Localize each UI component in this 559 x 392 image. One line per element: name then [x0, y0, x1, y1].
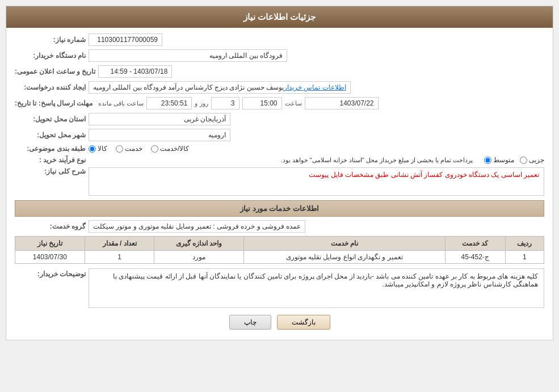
- response-days-value: 3: [211, 97, 239, 109]
- buyer-notes-label: توضیحات خریدار:: [15, 268, 89, 278]
- cell-row: 1: [505, 251, 544, 264]
- purchase-type-jozi[interactable]: جزیی: [520, 156, 544, 164]
- response-remaining-label: ساعت باقی مانده: [98, 100, 144, 107]
- purchase-type-radio-group: جزیی متوسط: [484, 156, 544, 164]
- table-header-unit: واحد اندازه گیری: [154, 237, 243, 251]
- cell-code: ج-452-45: [445, 251, 505, 264]
- purchase-type-mote-vaset[interactable]: متوسط: [484, 156, 514, 164]
- category-option-khedmat[interactable]: خدمت: [116, 145, 142, 153]
- service-group-label: گروه خدمت:: [15, 222, 89, 230]
- need-description-label: شرح کلی نیاز:: [15, 167, 89, 175]
- print-button[interactable]: چاپ: [229, 315, 271, 330]
- buyer-name-label: نام دستگاه خریدار:: [15, 52, 89, 60]
- buyer-name-value: فرودگاه بین المللی ارومیه: [89, 49, 287, 62]
- city-value: ارومیه: [89, 129, 230, 141]
- cell-quantity: 1: [85, 251, 154, 264]
- category-radio-group: کالا/خدمت خدمت کالا: [89, 145, 189, 153]
- city-label: شهر محل تحویل:: [15, 131, 89, 139]
- response-time-label: ساعت: [285, 100, 302, 107]
- cell-date: 1403/07/30: [15, 251, 85, 264]
- response-remaining-value: 23:50:51: [146, 97, 192, 109]
- table-header-code: کد خدمت: [445, 237, 505, 251]
- creator-value: یوسف حسین نژادی دیزج کارشناس درآمد فرودگ…: [93, 83, 284, 91]
- category-option-kala-khedmat[interactable]: کالا/خدمت: [151, 145, 189, 153]
- cell-unit: مورد: [154, 251, 243, 264]
- table-header-name: نام خدمت: [243, 237, 445, 251]
- response-time-value: 15:00: [242, 97, 282, 109]
- page-title: جزئیات اطلاعات نیاز: [6, 6, 553, 28]
- services-section-header: اطلاعات خدمات مورد نیاز: [15, 200, 544, 217]
- province-value: آذربایجان غربی: [89, 113, 230, 125]
- announcement-datetime-label: تاریخ و ساعت اعلان عمومی:: [15, 68, 98, 75]
- table-row: 1 ج-452-45 تعمیر و نگهداری انواع وسایل ن…: [15, 251, 544, 264]
- province-label: استان محل تحویل:: [15, 115, 89, 123]
- button-row: بازگشت چاپ: [15, 315, 544, 330]
- service-table: ردیف کد خدمت نام خدمت واحد اندازه گیری ت…: [15, 236, 544, 264]
- announcement-datetime-value: 1403/07/18 - 14:59: [98, 65, 172, 78]
- creator-label: ایجاد کننده درخواست:: [15, 83, 89, 91]
- response-deadline-label: مهلت ارسال پاسخ: تا تاریخ:: [15, 99, 95, 107]
- need-description-value: تعمیر اساسی یک دستگاه خودروی کفساز آتش ن…: [89, 167, 544, 196]
- purchase-type-label: نوع فرآیند خرید :: [15, 156, 89, 164]
- category-label: طبقه بندی موضوعی:: [15, 145, 89, 153]
- table-header-date: تاریخ نیاز: [15, 237, 85, 251]
- need-number-value: 1103001177000059: [89, 33, 162, 46]
- buyer-notes-value: کلیه هزینه های مربوط به کار بر عهده تامی…: [89, 268, 544, 308]
- response-days-label: روز و: [195, 100, 208, 107]
- cell-name: تعمیر و نگهداری انواع وسایل نقلیه موتوری: [243, 251, 445, 264]
- category-option-kala[interactable]: کالا: [89, 145, 107, 153]
- creator-contact-link[interactable]: اطلاعات تماس خریدار: [284, 83, 346, 91]
- need-number-label: شماره نیاز:: [15, 36, 89, 44]
- back-button[interactable]: بازگشت: [277, 315, 330, 330]
- response-date-value: 1403/07/22: [305, 97, 379, 109]
- service-group-value: عمده فروشی و خرده فروشی : تعمیر وسایل نق…: [89, 220, 305, 233]
- purchase-type-note: پرداخت تمام یا بخشی از مبلغ خریداز محل "…: [89, 157, 478, 164]
- table-header-quantity: تعداد / مقدار: [85, 237, 154, 251]
- table-header-row: ردیف: [505, 237, 544, 251]
